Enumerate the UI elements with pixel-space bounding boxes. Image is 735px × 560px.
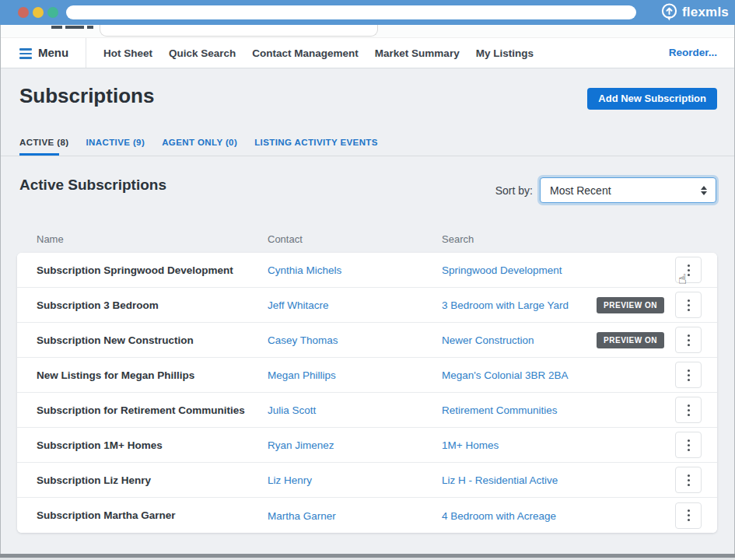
subscriptions-table: Subscription Springwood DevelopmentCynth…: [17, 253, 717, 533]
search-link[interactable]: 1M+ Homes: [442, 439, 499, 451]
menu-button[interactable]: Menu: [38, 38, 68, 68]
subscription-name: Subscription Liz Henry: [37, 474, 268, 486]
add-new-subscription-button[interactable]: Add New Subscription: [587, 88, 717, 110]
row-actions-kebab-button[interactable]: [675, 397, 702, 423]
mouse-cursor: ☝: [678, 271, 687, 287]
clipped-content: [51, 26, 62, 29]
brand-name: flexmls: [682, 5, 729, 20]
subscription-name: Subscription Martha Garner: [37, 509, 268, 521]
table-row: Subscription for Retirement CommunitiesJ…: [17, 393, 717, 428]
search-link[interactable]: 4 Bedroom with Acreage: [442, 510, 556, 522]
minimize-window-icon[interactable]: [33, 7, 44, 18]
subscription-name: Subscription Springwood Development: [37, 264, 268, 276]
flexmls-pin-icon: [660, 2, 678, 23]
select-arrows-icon: [701, 186, 707, 195]
column-header-search: Search: [442, 233, 717, 245]
contact-link[interactable]: Casey Thomas: [268, 334, 338, 346]
nav-item-quick-search[interactable]: Quick Search: [169, 47, 236, 59]
nav-item-hot-sheet[interactable]: Hot Sheet: [103, 47, 152, 59]
subscription-name: Subscription for Retirement Communities: [37, 404, 268, 416]
table-row: New Listings for Megan PhillipsMegan Phi…: [17, 358, 717, 393]
contact-link[interactable]: Cynthia Michels: [268, 264, 341, 276]
window-frame-left: [0, 25, 1, 554]
clipped-search-box: [100, 25, 378, 37]
contact-link[interactable]: Jeff Whitacre: [268, 299, 329, 311]
nav-item-market-summary[interactable]: Market Summary: [375, 47, 460, 59]
reorder-link[interactable]: Reorder...: [669, 38, 717, 68]
contact-link[interactable]: Liz Henry: [268, 474, 312, 486]
table-row: Subscription Liz HenryLiz HenryLiz H - R…: [17, 463, 717, 498]
subscription-tabs: ACTIVE (8)INACTIVE (9)AGENT ONLY (0)LIST…: [19, 138, 378, 147]
table-row: Subscription 1M+ HomesRyan Jimenez1M+ Ho…: [17, 428, 717, 463]
subscription-name: Subscription 1M+ Homes: [37, 439, 268, 451]
browser-topbar: flexmls: [0, 0, 735, 25]
sort-select-value: Most Recent: [550, 184, 611, 197]
contact-link[interactable]: Julia Scott: [268, 404, 316, 416]
row-actions-kebab-button[interactable]: [675, 362, 702, 388]
search-link[interactable]: 3 Bedroom with Large Yard: [442, 299, 569, 311]
preview-on-badge: PREVIEW ON: [597, 332, 664, 348]
tab-active-8[interactable]: ACTIVE (8): [19, 138, 68, 147]
page-title: Subscriptions: [19, 84, 154, 108]
scroll-remnant-strip: [0, 25, 735, 37]
subscription-name: Subscription 3 Bedroom: [37, 299, 268, 311]
address-bar[interactable]: [66, 5, 636, 19]
column-header-name: Name: [37, 233, 268, 245]
table-row: Subscription 3 BedroomJeff Whitacre3 Bed…: [17, 288, 717, 323]
sort-select[interactable]: Most Recent: [540, 177, 716, 203]
tab-inactive-9[interactable]: INACTIVE (9): [86, 138, 145, 147]
row-actions-kebab-button[interactable]: [675, 432, 702, 458]
sort-by-label: Sort by:: [495, 184, 533, 197]
table-row: Subscription Springwood DevelopmentCynth…: [17, 253, 717, 288]
contact-link[interactable]: Megan Phillips: [268, 369, 336, 381]
search-link[interactable]: Retirement Communities: [442, 404, 558, 416]
row-actions-kebab-button[interactable]: [675, 467, 702, 493]
subscription-name: New Listings for Megan Phillips: [37, 369, 268, 381]
search-link[interactable]: Springwood Development: [442, 264, 562, 276]
app-menubar: Menu Hot SheetQuick SearchContact Manage…: [0, 37, 735, 68]
sort-bar: Sort by: Most Recent: [495, 177, 716, 203]
row-actions-kebab-button[interactable]: [675, 292, 702, 318]
table-row: Subscription Martha GarnerMartha Garner4…: [17, 498, 717, 533]
preview-on-badge: PREVIEW ON: [597, 297, 664, 313]
app-window: flexmls Menu Hot SheetQuick SearchContac…: [0, 0, 735, 560]
nav-item-my-listings[interactable]: My Listings: [476, 47, 534, 59]
search-link[interactable]: Newer Construction: [442, 334, 534, 346]
brand-logo: flexmls: [660, 0, 729, 25]
tabs-divider: [0, 156, 735, 156]
row-actions-kebab-button[interactable]: [675, 502, 702, 529]
menubar-divider: [86, 38, 86, 68]
table-row: Subscription New ConstructionCasey Thoma…: [17, 323, 717, 358]
section-title: Active Subscriptions: [19, 177, 166, 194]
contact-link[interactable]: Martha Garner: [268, 510, 336, 522]
maximize-window-icon[interactable]: [47, 7, 58, 18]
column-header-contact: Contact: [268, 233, 442, 245]
search-link[interactable]: Liz H - Residential Active: [442, 474, 558, 486]
hamburger-menu-icon[interactable]: [19, 48, 32, 61]
contact-link[interactable]: Ryan Jimenez: [268, 439, 334, 451]
row-actions-kebab-button[interactable]: [675, 327, 702, 353]
tab-listing-activity-events[interactable]: LISTING ACTIVITY EVENTS: [254, 138, 378, 147]
nav-items: Hot SheetQuick SearchContact ManagementM…: [103, 38, 534, 68]
search-link[interactable]: Megan's Colonial 3BR 2BA: [442, 369, 568, 381]
clipped-content: [65, 26, 84, 29]
nav-item-contact-management[interactable]: Contact Management: [252, 47, 359, 59]
tab-agent-only-0[interactable]: AGENT ONLY (0): [162, 138, 237, 147]
close-window-icon[interactable]: [18, 7, 29, 18]
table-header: Name Contact Search: [17, 233, 717, 245]
clipped-content: [87, 26, 93, 29]
subscription-name: Subscription New Construction: [37, 334, 268, 346]
